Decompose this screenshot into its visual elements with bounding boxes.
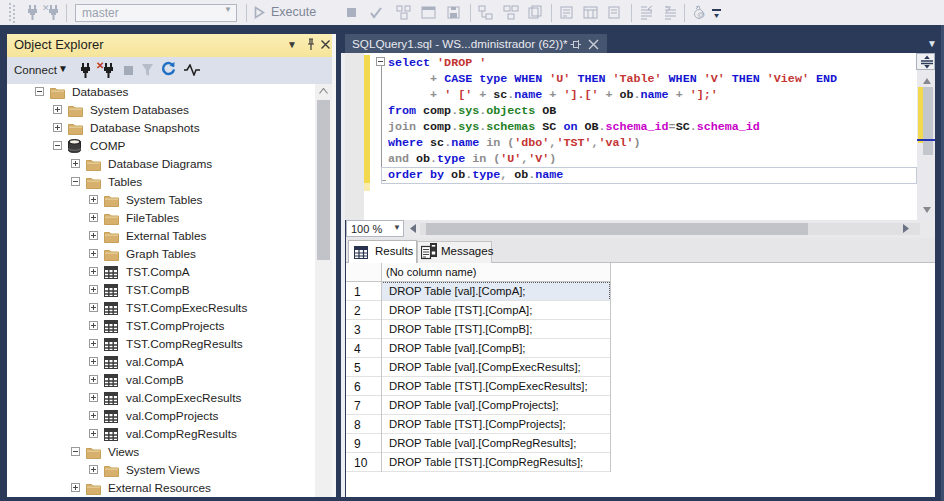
svg-text:@: @: [697, 10, 705, 19]
